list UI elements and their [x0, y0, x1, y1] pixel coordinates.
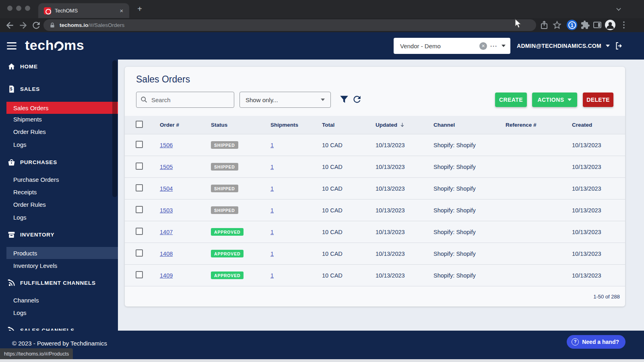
browser-tab-strip: TechOMS × +	[0, 0, 644, 18]
sidebar-scrollbar-thumb[interactable]	[112, 60, 117, 197]
sidebar-item-purchase-order-rules[interactable]: Order Rules	[6, 198, 118, 210]
column-header-reference[interactable]: Reference #	[506, 122, 572, 128]
back-button[interactable]	[5, 20, 15, 31]
channel-cell: Shopify: Shopify	[433, 207, 506, 214]
total-cell: 10 CAD	[322, 272, 376, 279]
window-zoom-button[interactable]	[25, 6, 30, 11]
row-checkbox[interactable]	[136, 141, 143, 148]
side-panel-icon[interactable]	[592, 20, 602, 30]
shipments-link[interactable]: 1	[270, 207, 274, 214]
sidebar-section-fulfillment-channels[interactable]: FULFILLMENT CHANNELS	[0, 277, 118, 289]
browser-menu-icon[interactable]	[619, 20, 629, 30]
search-icon	[140, 96, 148, 103]
sidebar-item-purchase-logs[interactable]: Logs	[6, 211, 118, 223]
order-link[interactable]: 1505	[160, 164, 173, 170]
reload-button[interactable]	[31, 20, 41, 31]
refresh-icon[interactable]	[352, 94, 362, 105]
sidebar-section-purchases[interactable]: PURCHASES	[0, 156, 118, 168]
onepassword-extension-icon[interactable]: 1	[567, 20, 577, 30]
row-checkbox[interactable]	[136, 184, 143, 191]
order-link[interactable]: 1409	[160, 272, 173, 279]
tab-search-caret-icon[interactable]	[616, 6, 621, 10]
new-tab-button[interactable]: +	[135, 5, 144, 14]
hamburger-menu-icon[interactable]	[7, 41, 17, 50]
table-row: 1503 SHIPPED 1 10 CAD 10/13/2023 Shopify…	[125, 200, 625, 221]
logout-icon[interactable]	[614, 41, 624, 51]
vendor-selector[interactable]: Vendor - Demo × ···	[394, 38, 510, 54]
updated-cell: 10/13/2023	[376, 272, 433, 279]
browser-tab[interactable]: TechOMS ×	[38, 3, 129, 18]
shipments-link[interactable]: 1	[270, 251, 274, 257]
row-checkbox[interactable]	[136, 162, 143, 170]
url-host: techoms.io	[60, 22, 88, 28]
column-header-order[interactable]: Order #	[160, 122, 211, 128]
sales-channels-icon	[7, 326, 16, 331]
row-checkbox[interactable]	[136, 228, 143, 235]
column-header-total[interactable]: Total	[322, 122, 376, 128]
sidebar-item-sales-orders[interactable]: Sales Orders	[6, 102, 118, 114]
shipments-link[interactable]: 1	[270, 164, 274, 170]
sidebar-nav: HOME $ SALES Sales Orders Shipments Orde…	[0, 60, 118, 331]
sidebar-section-sales[interactable]: $ SALES	[0, 83, 118, 95]
sidebar-item-home[interactable]: HOME	[0, 60, 118, 72]
total-cell: 10 CAD	[322, 164, 376, 170]
column-header-updated[interactable]: Updated	[376, 122, 433, 128]
sidebar-item-sales-logs[interactable]: Logs	[6, 138, 118, 150]
sidebar-item-shipments[interactable]: Shipments	[6, 113, 118, 125]
user-menu[interactable]: ADMIN@TECHDINAMICS.COM	[517, 32, 610, 60]
sidebar-item-channels[interactable]: Channels	[6, 294, 118, 306]
sidebar-section-sales-channels[interactable]: SALES CHANNELS	[0, 324, 118, 331]
sidebar-item-purchase-orders[interactable]: Purchase Orders	[6, 173, 118, 185]
url-address-bar[interactable]: techoms.io/#/SalesOrders	[43, 19, 536, 31]
sidebar-item-channel-logs[interactable]: Logs	[6, 306, 118, 319]
column-header-channel[interactable]: Channel	[433, 122, 506, 128]
vendor-clear-icon[interactable]: ×	[479, 42, 487, 50]
sidebar-item-products[interactable]: Products	[6, 247, 118, 259]
row-checkbox[interactable]	[136, 271, 143, 278]
order-link[interactable]: 1506	[160, 142, 173, 148]
window-close-button[interactable]	[7, 6, 12, 11]
window-minimize-button[interactable]	[16, 6, 21, 11]
show-only-select[interactable]: Show only...	[239, 92, 331, 108]
forward-button[interactable]	[18, 20, 28, 31]
bookmark-star-icon[interactable]	[552, 20, 562, 30]
browser-profile-avatar[interactable]	[605, 20, 615, 30]
search-box[interactable]	[136, 92, 234, 108]
shipments-link[interactable]: 1	[270, 272, 274, 279]
home-icon	[7, 62, 16, 71]
vendor-dropdown-caret-icon[interactable]	[502, 45, 506, 47]
actions-caret-icon	[568, 99, 572, 101]
search-input[interactable]	[151, 97, 220, 103]
order-link[interactable]: 1408	[160, 251, 173, 257]
create-button[interactable]: CREATE	[495, 93, 527, 107]
sidebar-section-inventory[interactable]: INVENTORY	[0, 228, 118, 241]
order-link[interactable]: 1503	[160, 207, 173, 214]
row-checkbox[interactable]	[136, 206, 143, 213]
table-row: 1505 SHIPPED 1 10 CAD 10/13/2023 Shopify…	[125, 156, 625, 178]
lock-icon[interactable]	[49, 22, 56, 29]
column-header-status[interactable]: Status	[211, 122, 270, 128]
column-header-shipments[interactable]: Shipments	[270, 122, 322, 128]
column-header-created[interactable]: Created	[572, 122, 625, 128]
channel-cell: Shopify: Shopify	[433, 251, 506, 257]
filter-icon[interactable]	[339, 94, 349, 105]
extensions-puzzle-icon[interactable]	[580, 20, 590, 30]
order-link[interactable]: 1504	[160, 185, 173, 192]
vendor-more-options[interactable]: ···	[490, 43, 497, 49]
status-badge: APPROVED	[211, 228, 244, 236]
shipments-link[interactable]: 1	[270, 229, 274, 235]
shipments-link[interactable]: 1	[270, 185, 274, 192]
delete-button[interactable]: DELETE	[583, 93, 613, 107]
order-link[interactable]: 1407	[160, 229, 173, 235]
sidebar-item-sales-order-rules[interactable]: Order Rules	[6, 125, 118, 138]
row-checkbox[interactable]	[136, 249, 143, 257]
created-cell: 10/13/2023	[572, 251, 625, 257]
sidebar-item-inventory-levels[interactable]: Inventory Levels	[6, 259, 118, 272]
actions-button[interactable]: ACTIONS	[532, 93, 577, 107]
need-a-hand-button[interactable]: ? Need a hand?	[567, 335, 625, 349]
share-icon[interactable]	[539, 20, 549, 30]
sidebar-item-receipts[interactable]: Receipts	[6, 186, 118, 198]
tab-close-icon[interactable]: ×	[118, 7, 125, 14]
select-all-checkbox[interactable]	[136, 121, 143, 128]
shipments-link[interactable]: 1	[270, 142, 274, 148]
